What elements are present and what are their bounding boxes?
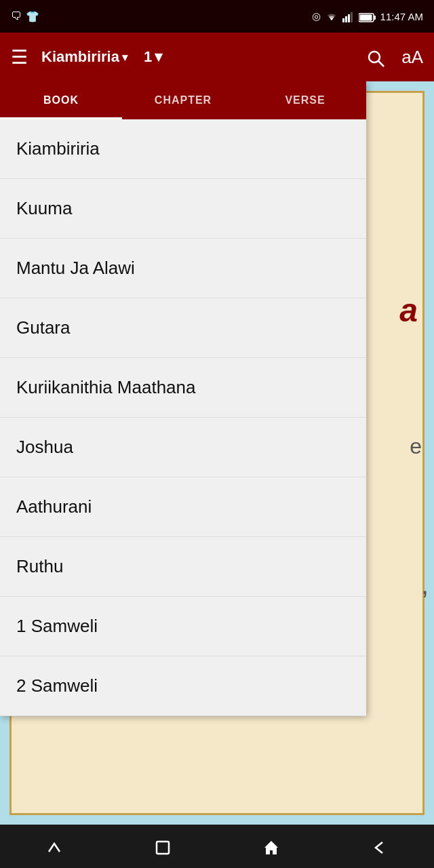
svg-rect-1 [345,16,347,22]
main-content-area: a e , BOOK CHAPTER VERSE Kiambiriria Kuu… [0,81,434,825]
tab-book[interactable]: BOOK [0,81,122,119]
chapter-dropdown-arrow: ▾ [155,48,162,66]
list-item[interactable]: Kuuma [0,179,366,239]
nav-back-arrow-button[interactable] [28,830,80,863]
nav-home-button[interactable] [245,830,297,863]
list-item[interactable]: Kuriikanithia Maathana [0,358,366,418]
list-item[interactable]: Gutara [0,298,366,358]
status-bar-left: 🗨 👕 [11,10,39,23]
header-chapter-group[interactable]: 1 ▾ [144,48,162,66]
status-bar: 🗨 👕 ◎ 11:47 AM [0,0,434,33]
nav-bar [0,825,434,868]
status-icons: ◎ 11:47 AM [312,10,423,22]
signal-icon [342,10,355,22]
title-dropdown-arrow: ▾ [122,51,127,64]
svg-rect-2 [348,14,350,22]
list-item[interactable]: Aathurani [0,477,366,537]
svg-rect-3 [351,12,353,22]
notification-icon: 🗨 [11,10,22,22]
list-item[interactable]: Ruthu [0,537,366,597]
bg-text-a: a [399,292,418,329]
book-title: Kiambiriria [41,48,119,66]
app-header: ☰ Kiambiriria ▾ 1 ▾ aA [0,33,434,81]
tab-chapter[interactable]: CHAPTER [122,81,244,119]
bg-text-e: e [410,434,422,459]
selector-tab-bar: BOOK CHAPTER VERSE [0,81,366,119]
search-button[interactable] [366,46,385,67]
list-item[interactable]: Joshua [0,418,366,477]
book-selector-dropdown: BOOK CHAPTER VERSE Kiambiriria Kuuma Man… [0,81,366,716]
svg-rect-5 [374,16,376,20]
list-item[interactable]: Mantu Ja Alawi [0,239,366,298]
shirt-icon: 👕 [26,10,39,23]
svg-rect-0 [342,18,344,22]
svg-rect-6 [359,14,372,20]
chapter-number: 1 [144,48,152,66]
svg-point-7 [369,52,380,62]
list-item[interactable]: Kiambiriria [0,119,366,179]
nav-forward-button[interactable] [354,830,406,863]
nav-recents-button[interactable] [137,830,189,863]
bg-text-comma: , [421,570,429,600]
svg-line-8 [378,61,384,66]
status-time: 11:47 AM [380,11,423,22]
book-list: Kiambiriria Kuuma Mantu Ja Alawi Gutara … [0,119,366,716]
header-right-actions: aA [366,46,423,67]
menu-button[interactable]: ☰ [11,46,28,68]
circle-icon: ◎ [312,10,321,22]
wifi-icon [325,10,338,22]
header-title-group[interactable]: Kiambiriria ▾ [41,48,127,66]
list-item[interactable]: 2 Samweli [0,656,366,716]
list-item[interactable]: 1 Samweli [0,597,366,656]
tab-verse[interactable]: VERSE [244,81,366,119]
svg-rect-9 [157,842,169,854]
battery-icon [359,10,376,22]
font-size-button[interactable]: aA [401,47,423,68]
